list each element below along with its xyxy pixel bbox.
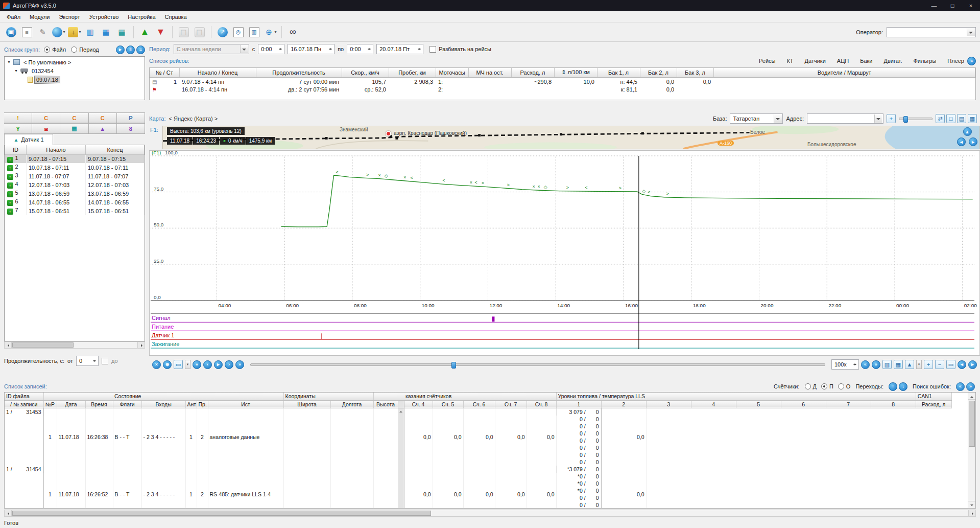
scroll-down-icon[interactable]: [968, 501, 975, 508]
transition-up-button[interactable]: ↑: [889, 382, 897, 391]
scroll-up-icon[interactable]: [968, 393, 975, 400]
load-data-button[interactable]: ▲: [138, 25, 152, 40]
trips-tab[interactable]: Плеер: [947, 58, 964, 64]
menu-item[interactable]: Настройка: [123, 12, 160, 21]
export-data-button[interactable]: ↓▾: [67, 25, 82, 40]
groups-menu-button[interactable]: ≡: [136, 45, 145, 54]
print-button[interactable]: ▤: [177, 25, 191, 40]
map-canvas[interactable]: Знаменский Белое Большесидоровское А-160…: [162, 126, 980, 149]
play-next-button[interactable]: ›: [225, 360, 233, 369]
chart-grid-button[interactable]: ▦: [894, 360, 903, 369]
tree-item[interactable]: ▾0132454: [5, 66, 145, 75]
trips-column-header[interactable]: Расход, л: [511, 68, 554, 77]
close-button[interactable]: ×: [962, 0, 980, 11]
tree-item[interactable]: ▾< По умолчанию >: [5, 58, 145, 66]
report-button[interactable]: ▥: [247, 25, 261, 40]
speed-back-button[interactable]: «: [861, 360, 870, 369]
statistics-button[interactable]: ▥: [83, 25, 98, 40]
records-column-header[interactable]: [398, 400, 404, 408]
sensor-row[interactable]: 210.07.18 - 07:1110.07.18 - 07:11: [5, 163, 145, 172]
records-column-header[interactable]: 2: [601, 400, 646, 408]
records-column-header[interactable]: 7: [826, 400, 871, 408]
counter-radio-d[interactable]: Д: [805, 383, 817, 389]
fuel-level-chart[interactable]: 04:0006:0008:0010:0012:0014:0016:0018:00…: [150, 151, 979, 355]
map-pan-left-button[interactable]: ◄: [957, 137, 966, 146]
trips-tab[interactable]: Фильтры: [913, 58, 936, 64]
sensor-tab-c3[interactable]: C: [89, 112, 117, 123]
sensor-row[interactable]: 412.07.18 - 07:0312.07.18 - 07:03: [5, 180, 145, 189]
trips-column-header[interactable]: № / Ст: [150, 68, 179, 77]
play-button[interactable]: ►: [214, 360, 223, 369]
records-column-header[interactable]: Время: [85, 400, 113, 408]
records-column-header[interactable]: Входы: [141, 400, 185, 408]
records-column-header[interactable]: Широта: [283, 400, 330, 408]
base-select[interactable]: Татарстан: [730, 113, 783, 124]
groups-pause-button[interactable]: ‖: [126, 45, 135, 54]
map-pan-up-button[interactable]: ▲: [963, 127, 972, 136]
records-column-header[interactable]: Флаги: [113, 400, 141, 408]
scroll-left-icon[interactable]: [5, 510, 12, 516]
records-vscrollbar[interactable]: [968, 393, 975, 508]
scroll-thumb[interactable]: [969, 401, 975, 447]
sensor-row[interactable]: 19.07.18 - 07:159.07.18 - 07:15: [5, 154, 145, 163]
trips-column-header[interactable]: Скор., км/ч: [342, 68, 389, 77]
records-column-header[interactable]: 3: [646, 400, 691, 408]
trips-tab[interactable]: КТ: [786, 58, 793, 64]
device-manager-button[interactable]: ▣: [4, 25, 18, 40]
trips-column-header[interactable]: Пробег, км: [389, 68, 436, 77]
trips-collapse-button[interactable]: «: [967, 57, 976, 65]
counter-radio-o[interactable]: О: [838, 383, 851, 389]
table-view-button[interactable]: ▦: [99, 25, 113, 40]
trips-tab[interactable]: Баки: [860, 58, 872, 64]
split-trips-checkbox[interactable]: Разбивать на рейсы: [429, 46, 491, 53]
trips-column-header[interactable]: Бак 1, л: [597, 68, 640, 77]
sensor-tab-c1[interactable]: C: [32, 112, 60, 123]
map-screen-button[interactable]: □: [946, 114, 955, 123]
error-prev-button[interactable]: «: [956, 382, 965, 391]
records-column-header[interactable]: Высота: [373, 400, 398, 408]
trips-column-header[interactable]: ⇕ л/100 км: [554, 68, 597, 77]
address-select[interactable]: [807, 113, 883, 124]
chart-eraser-dropdown[interactable]: ▾: [185, 360, 190, 369]
print-preview-button[interactable]: ▤: [193, 25, 207, 40]
online-map-button[interactable]: ↗: [216, 25, 230, 40]
sensor-column-header[interactable]: Начало: [27, 145, 86, 154]
scroll-right-icon[interactable]: [137, 342, 145, 348]
chart-series-dropdown[interactable]: ▾: [916, 360, 922, 369]
sensor-row[interactable]: 311.07.18 - 07:0711.07.18 - 07:07: [5, 172, 145, 180]
play-last-button[interactable]: »: [235, 360, 244, 369]
period-from-time[interactable]: 0:00: [258, 44, 284, 54]
sensor-tab-y[interactable]: Y: [4, 123, 32, 134]
trips-column-header[interactable]: Бак 2, л: [640, 68, 677, 77]
sensor-tab-active[interactable]: ▲Датчик 1: [4, 134, 53, 145]
slider-thumb[interactable]: [451, 362, 456, 369]
records-hscrollbar[interactable]: [4, 510, 976, 517]
trips-tab[interactable]: Двигат.: [883, 58, 902, 64]
period-to-time[interactable]: 0:00: [347, 44, 373, 54]
chart-zoom-fit-button[interactable]: ▭: [946, 360, 955, 369]
map-provider[interactable]: < Яндекс (Карта) >: [169, 116, 218, 122]
sensor-tab-a[interactable]: ▲: [89, 123, 117, 134]
map-pan-right-button[interactable]: ►: [969, 137, 977, 146]
chart-layers-button[interactable]: ▥: [882, 360, 892, 369]
sensor-row[interactable]: 715.07.18 - 06:5115.07.18 - 06:51: [5, 206, 145, 215]
records-column-header[interactable]: 1: [556, 400, 601, 408]
menu-item[interactable]: Модули: [25, 12, 54, 21]
map-globe-button[interactable]: ▾: [52, 25, 66, 40]
records-column-header[interactable]: Сч. 7: [495, 400, 527, 408]
sensor-row[interactable]: 614.07.18 - 06:5514.07.18 - 06:55: [5, 198, 145, 206]
records-column-header[interactable]: 5: [736, 400, 781, 408]
records-column-header[interactable]: Долгота: [330, 400, 373, 408]
chart-right-button[interactable]: ►: [968, 360, 977, 369]
duration-from-input[interactable]: 0: [76, 356, 99, 366]
sensor-hscrollbar[interactable]: [4, 341, 145, 349]
duration-to-checkbox[interactable]: [102, 358, 108, 364]
chart-eraser-button[interactable]: ▭: [174, 360, 183, 369]
crosshair-tool-button[interactable]: ⊕▾: [263, 25, 277, 40]
chart-close-button[interactable]: ×: [152, 360, 161, 369]
counter-radio-p[interactable]: П: [821, 383, 833, 389]
sensor-tab-p[interactable]: P: [117, 112, 145, 123]
chart-series-button[interactable]: ▲: [905, 360, 914, 369]
table-config-button[interactable]: ▦: [115, 25, 129, 40]
open-file-button[interactable]: ≡: [20, 25, 34, 40]
